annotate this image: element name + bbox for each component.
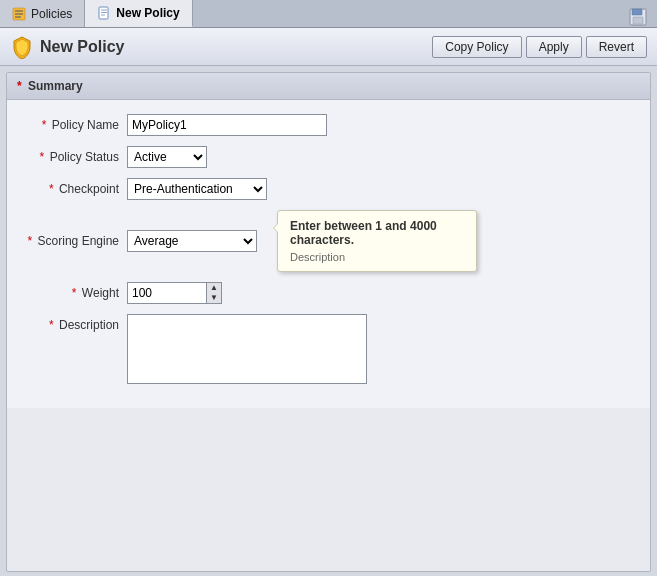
checkpoint-row: * Checkpoint Pre-Authentication Post-Aut…: [17, 178, 640, 200]
weight-spinner: ▲ ▼: [207, 282, 222, 304]
copy-policy-button[interactable]: Copy Policy: [432, 36, 521, 58]
save-icon: [629, 8, 647, 26]
save-button-tab[interactable]: [623, 4, 653, 30]
page-header: New Policy Copy Policy Apply Revert: [0, 28, 657, 66]
page-title: New Policy: [40, 38, 432, 56]
tooltip-title: Enter between 1 and 4000 characters.: [290, 219, 464, 247]
policy-status-row: * Policy Status Active Inactive: [17, 146, 640, 168]
description-textarea[interactable]: [127, 314, 367, 384]
tooltip-subtitle: Description: [290, 251, 464, 263]
svg-rect-9: [632, 9, 642, 15]
checkpoint-select[interactable]: Pre-Authentication Post-Authentication: [127, 178, 267, 200]
tab-new-policy[interactable]: New Policy: [85, 0, 192, 27]
summary-required-asterisk: *: [17, 79, 22, 93]
tab-bar: Policies New Policy: [0, 0, 657, 28]
summary-label: Summary: [28, 79, 83, 93]
description-row: * Description: [17, 314, 640, 384]
description-label: * Description: [17, 314, 127, 332]
tab-policies[interactable]: Policies: [0, 0, 85, 27]
scoring-engine-select[interactable]: Average Sum Max Min: [127, 230, 257, 252]
policy-status-select[interactable]: Active Inactive: [127, 146, 207, 168]
form-body: * Policy Name * Policy Status Active Ina…: [7, 100, 650, 408]
header-buttons: Copy Policy Apply Revert: [432, 36, 647, 58]
policy-name-input[interactable]: [127, 114, 327, 136]
policy-name-label: * Policy Name: [17, 118, 127, 132]
tooltip-box: Enter between 1 and 4000 characters. Des…: [277, 210, 477, 272]
tooltip-container: Enter between 1 and 4000 characters. Des…: [277, 210, 477, 272]
main-content: * Summary * Policy Name * Policy Status …: [6, 72, 651, 572]
scoring-engine-label: * Scoring Engine: [17, 234, 127, 248]
apply-button[interactable]: Apply: [526, 36, 582, 58]
weight-container: ▲ ▼: [127, 282, 222, 304]
weight-increment-button[interactable]: ▲: [207, 283, 221, 293]
list-icon: [12, 7, 26, 21]
tab-policies-label: Policies: [31, 7, 72, 21]
policy-name-row: * Policy Name: [17, 114, 640, 136]
weight-decrement-button[interactable]: ▼: [207, 293, 221, 303]
weight-input[interactable]: [127, 282, 207, 304]
svg-rect-4: [99, 7, 108, 19]
scoring-engine-row: * Scoring Engine Average Sum Max Min Ent…: [17, 210, 640, 272]
checkpoint-label: * Checkpoint: [17, 182, 127, 196]
tab-new-policy-label: New Policy: [116, 6, 179, 20]
policy-status-label: * Policy Status: [17, 150, 127, 164]
svg-rect-10: [633, 17, 643, 24]
weight-row: * Weight ▲ ▼: [17, 282, 640, 304]
revert-button[interactable]: Revert: [586, 36, 647, 58]
weight-label: * Weight: [17, 286, 127, 300]
document-icon: [97, 6, 111, 20]
shield-icon: [10, 35, 34, 59]
summary-section-header: * Summary: [7, 73, 650, 100]
